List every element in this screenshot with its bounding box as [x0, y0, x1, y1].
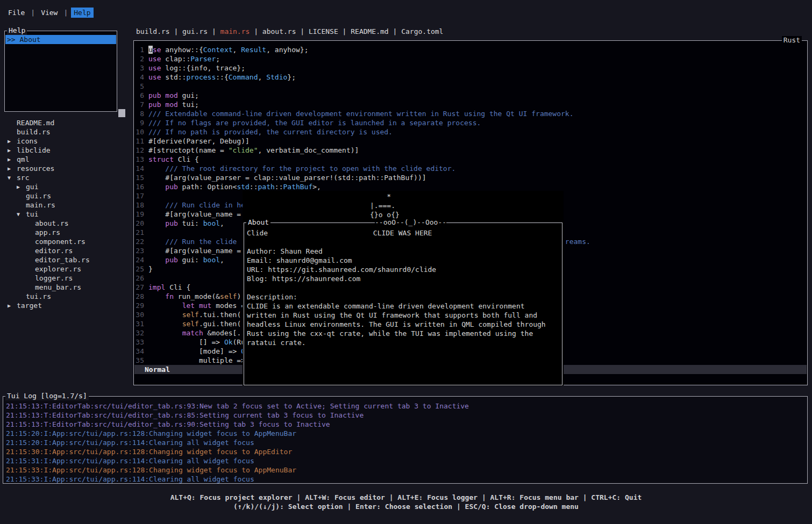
editor-tab-bar[interactable]: build.rs | gui.rs | main.rs | about.rs |… — [136, 27, 443, 36]
tab-build-rs[interactable]: build.rs — [136, 27, 170, 35]
line-number: 10 — [134, 127, 144, 137]
line-number: 14 — [134, 164, 144, 173]
tab-separator: | — [338, 27, 351, 35]
explorer-item-label: gui — [26, 183, 38, 191]
explorer-item-label: logger.rs — [35, 274, 73, 282]
line-number: 35 — [134, 356, 144, 365]
line-number: 5 — [134, 82, 144, 91]
tab-gui-rs[interactable]: gui.rs — [182, 27, 208, 35]
explorer-item-resources[interactable]: ▶resources — [0, 164, 132, 173]
help-dropdown-title: Help — [7, 26, 27, 35]
line-number: 11 — [134, 137, 144, 146]
explorer-item-src[interactable]: ▼src — [0, 173, 132, 182]
line-number: 20 — [134, 219, 144, 228]
explorer-item-explorer-rs[interactable]: explorer.rs — [0, 264, 132, 274]
project-explorer[interactable]: README.mdbuild.rs▶icons▶libclide▶qml▶res… — [0, 118, 132, 310]
code-line: 16 pub path: Option<std::path::PathBuf>, — [134, 182, 807, 191]
log-entry: 21:15:13:T:EditorTab:src/tui/editor_tab.… — [6, 420, 805, 429]
menu-item-view[interactable]: View — [38, 8, 60, 18]
code-line: 7pub mod tui; — [134, 100, 807, 109]
explorer-item-tui-rs[interactable]: tui.rs — [0, 292, 132, 301]
line-number: 1 — [134, 45, 144, 54]
clide-tui-app: File|View|Help Help >> About README.mdbu… — [0, 0, 812, 524]
explorer-item-label: gui.rs — [26, 192, 51, 200]
dropdown-item-about[interactable]: >> About — [5, 35, 116, 44]
line-number: 34 — [134, 347, 144, 356]
explorer-item-label: menu_bar.rs — [35, 283, 81, 291]
line-number: 2 — [134, 54, 144, 63]
about-popup: * |.===. {}o o{} About --ooO--(_)--Ooo--… — [243, 191, 564, 386]
log-entry: 21:15:31:I:App:src/tui/app.rs:114:Cleari… — [6, 456, 805, 465]
explorer-item-main-rs[interactable]: main.rs — [0, 200, 132, 210]
code-line: 12#[structopt(name = "clide", verbatim_d… — [134, 146, 807, 155]
line-number: 26 — [134, 274, 144, 283]
explorer-item-libclide[interactable]: ▶libclide — [0, 146, 132, 155]
tab-cargo-toml[interactable]: Cargo.toml — [401, 27, 443, 35]
tab-separator: | — [208, 27, 220, 35]
line-number: 30 — [134, 310, 144, 319]
shortcut-help-line-1: ALT+Q: Focus project explorer | ALT+W: F… — [0, 493, 812, 502]
explorer-item-build-rs[interactable]: build.rs — [0, 127, 132, 137]
tab-separator: | — [250, 27, 262, 35]
line-number: 24 — [134, 255, 144, 264]
tui-log-panel[interactable]: Tui Log [log=1.7/s] 21:15:13:T:EditorTab… — [3, 396, 808, 484]
menu-item-help[interactable]: Help — [71, 8, 93, 18]
tab-license[interactable]: LICENSE — [309, 27, 338, 35]
explorer-scrollbar-thumb[interactable] — [118, 109, 125, 117]
explorer-item-tui[interactable]: ▼tui — [0, 210, 132, 219]
explorer-item-label: tui — [26, 210, 38, 218]
tab-separator: | — [296, 27, 308, 35]
explorer-item-label: about.rs — [35, 219, 69, 227]
explorer-item-label: editor_tab.rs — [35, 256, 90, 264]
explorer-item-label: tui.rs — [26, 292, 51, 300]
explorer-item-label: libclide — [17, 146, 51, 154]
chevron-down-icon: ▼ — [8, 173, 17, 182]
log-entry: 21:15:20:I:App:src/tui/app.rs:114:Cleari… — [6, 438, 805, 447]
tab-about-rs[interactable]: about.rs — [262, 27, 296, 35]
code-line: 11#[derive(Parser, Debug)] — [134, 137, 807, 146]
explorer-item-gui-rs[interactable]: gui.rs — [0, 191, 132, 200]
menu-bar[interactable]: File|View|Help — [5, 6, 94, 19]
explorer-item-logger-rs[interactable]: logger.rs — [0, 274, 132, 283]
code-line: 15 #[arg(value_parser = clap::value_pars… — [134, 173, 807, 182]
line-number: 33 — [134, 338, 144, 347]
tab-readme-md[interactable]: README.md — [351, 27, 388, 35]
tab-separator: | — [170, 27, 182, 35]
about-dialog-title: About — [246, 218, 270, 227]
tab-main-rs[interactable]: main.rs — [220, 27, 250, 35]
explorer-item-editor-tab-rs[interactable]: editor_tab.rs — [0, 255, 132, 264]
line-number: 25 — [134, 264, 144, 274]
line-number: 7 — [134, 100, 144, 109]
code-line: 1use anyhow::{Context, Result, anyhow}; — [134, 45, 807, 54]
explorer-item-target[interactable]: ▶target — [0, 301, 132, 310]
code-line: 3use log::{info, trace}; — [134, 63, 807, 73]
explorer-item-label: icons — [17, 137, 38, 145]
log-entry: 21:15:30:I:App:src/tui/app.rs:128:Changi… — [6, 447, 805, 456]
code-line: 4use std::process::{Command, Stdio}; — [134, 73, 807, 82]
about-content: Clide CLIDE WAS HERE Author: Shaun Reed … — [247, 228, 546, 347]
explorer-item-menu-bar-rs[interactable]: menu_bar.rs — [0, 283, 132, 292]
log-entry: 21:15:13:T:EditorTab:src/tui/editor_tab.… — [6, 401, 805, 411]
explorer-item-readme-md[interactable]: README.md — [0, 118, 132, 127]
log-entry: 21:15:20:I:App:src/tui/app.rs:128:Changi… — [6, 429, 805, 438]
code-line: 13struct Cli { — [134, 155, 807, 164]
code-line: 8/// Extendable command-line driven deve… — [134, 109, 807, 118]
menu-item-file[interactable]: File — [5, 8, 27, 18]
explorer-item-component-rs[interactable]: component.rs — [0, 237, 132, 246]
code-line: 14 /// The root directory for the projec… — [134, 164, 807, 173]
explorer-item-app-rs[interactable]: app.rs — [0, 228, 132, 237]
line-number: 8 — [134, 109, 144, 118]
explorer-item-gui[interactable]: ▶gui — [0, 182, 132, 191]
kilroy-ascii-art: * |.===. {}o o{} — [370, 192, 400, 219]
menu-separator: | — [63, 9, 68, 17]
shortcut-help-line-2: (↑/k)/(↓/j): Select option | Enter: Choo… — [0, 502, 812, 511]
explorer-item-editor-rs[interactable]: editor.rs — [0, 246, 132, 255]
explorer-item-qml[interactable]: ▶qml — [0, 155, 132, 164]
explorer-item-icons[interactable]: ▶icons — [0, 137, 132, 146]
tab-separator: | — [389, 27, 401, 35]
line-number: 29 — [134, 301, 144, 310]
line-number: 31 — [134, 319, 144, 328]
explorer-item-about-rs[interactable]: about.rs — [0, 219, 132, 228]
explorer-item-label: target — [17, 302, 42, 310]
line-number: 12 — [134, 146, 144, 155]
